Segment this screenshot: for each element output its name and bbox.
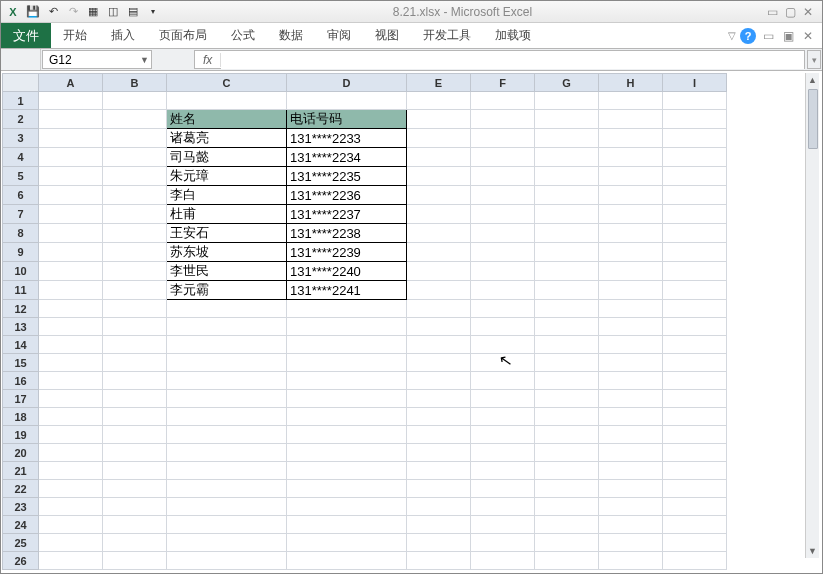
name-box-dropdown-icon[interactable]: ▼ [140, 55, 149, 65]
cell-A23[interactable] [39, 498, 103, 516]
cell-E14[interactable] [407, 336, 471, 354]
cell-B26[interactable] [103, 552, 167, 570]
cell-B13[interactable] [103, 318, 167, 336]
cell-G11[interactable] [535, 281, 599, 300]
cell-C14[interactable] [167, 336, 287, 354]
cell-H22[interactable] [599, 480, 663, 498]
row-header-21[interactable]: 21 [3, 462, 39, 480]
cell-D25[interactable] [287, 534, 407, 552]
cell-E7[interactable] [407, 205, 471, 224]
select-all-corner[interactable] [3, 74, 39, 92]
cell-B6[interactable] [103, 186, 167, 205]
cell-H17[interactable] [599, 390, 663, 408]
cell-F5[interactable] [471, 167, 535, 186]
cell-H5[interactable] [599, 167, 663, 186]
cell-D23[interactable] [287, 498, 407, 516]
cell-E8[interactable] [407, 224, 471, 243]
cell-D1[interactable] [287, 92, 407, 110]
cell-A10[interactable] [39, 262, 103, 281]
cell-H6[interactable] [599, 186, 663, 205]
ribbon-minimize-icon[interactable]: ▽ [728, 30, 736, 41]
cell-G4[interactable] [535, 148, 599, 167]
cell-E25[interactable] [407, 534, 471, 552]
cell-F20[interactable] [471, 444, 535, 462]
cell-F19[interactable] [471, 426, 535, 444]
col-header-B[interactable]: B [103, 74, 167, 92]
cell-E15[interactable] [407, 354, 471, 372]
cell-A8[interactable] [39, 224, 103, 243]
cell-I16[interactable] [663, 372, 727, 390]
cell-F8[interactable] [471, 224, 535, 243]
cell-I14[interactable] [663, 336, 727, 354]
cell-E26[interactable] [407, 552, 471, 570]
cell-A3[interactable] [39, 129, 103, 148]
cell-D11[interactable]: 131****2241 [287, 281, 407, 300]
cell-G2[interactable] [535, 110, 599, 129]
row-header-16[interactable]: 16 [3, 372, 39, 390]
cell-D8[interactable]: 131****2238 [287, 224, 407, 243]
cell-F3[interactable] [471, 129, 535, 148]
cell-C12[interactable] [167, 300, 287, 318]
cell-F1[interactable] [471, 92, 535, 110]
cell-A7[interactable] [39, 205, 103, 224]
cell-I8[interactable] [663, 224, 727, 243]
cell-C4[interactable]: 司马懿 [167, 148, 287, 167]
cell-I20[interactable] [663, 444, 727, 462]
cell-C18[interactable] [167, 408, 287, 426]
cell-I2[interactable] [663, 110, 727, 129]
cell-A9[interactable] [39, 243, 103, 262]
doc-close-icon[interactable]: ✕ [800, 29, 816, 43]
cell-E17[interactable] [407, 390, 471, 408]
cell-I5[interactable] [663, 167, 727, 186]
row-header-20[interactable]: 20 [3, 444, 39, 462]
cell-C20[interactable] [167, 444, 287, 462]
cell-G6[interactable] [535, 186, 599, 205]
row-header-24[interactable]: 24 [3, 516, 39, 534]
row-header-26[interactable]: 26 [3, 552, 39, 570]
row-header-9[interactable]: 9 [3, 243, 39, 262]
cell-E11[interactable] [407, 281, 471, 300]
cell-F2[interactable] [471, 110, 535, 129]
cell-B16[interactable] [103, 372, 167, 390]
cell-H16[interactable] [599, 372, 663, 390]
cell-B8[interactable] [103, 224, 167, 243]
cell-B9[interactable] [103, 243, 167, 262]
cell-A4[interactable] [39, 148, 103, 167]
row-header-25[interactable]: 25 [3, 534, 39, 552]
cell-A1[interactable] [39, 92, 103, 110]
row-header-2[interactable]: 2 [3, 110, 39, 129]
cell-B25[interactable] [103, 534, 167, 552]
row-header-11[interactable]: 11 [3, 281, 39, 300]
cell-G16[interactable] [535, 372, 599, 390]
cell-G26[interactable] [535, 552, 599, 570]
col-header-F[interactable]: F [471, 74, 535, 92]
cell-C2[interactable]: 姓名 [167, 110, 287, 129]
cell-E23[interactable] [407, 498, 471, 516]
cell-E20[interactable] [407, 444, 471, 462]
row-header-12[interactable]: 12 [3, 300, 39, 318]
cell-I15[interactable] [663, 354, 727, 372]
cell-G17[interactable] [535, 390, 599, 408]
cell-B19[interactable] [103, 426, 167, 444]
cell-C19[interactable] [167, 426, 287, 444]
cell-B3[interactable] [103, 129, 167, 148]
cell-E1[interactable] [407, 92, 471, 110]
col-header-I[interactable]: I [663, 74, 727, 92]
cell-G7[interactable] [535, 205, 599, 224]
cell-B15[interactable] [103, 354, 167, 372]
cell-B22[interactable] [103, 480, 167, 498]
cell-B2[interactable] [103, 110, 167, 129]
cell-D24[interactable] [287, 516, 407, 534]
cell-H7[interactable] [599, 205, 663, 224]
cell-D4[interactable]: 131****2234 [287, 148, 407, 167]
help-icon[interactable]: ? [740, 28, 756, 44]
cell-E21[interactable] [407, 462, 471, 480]
row-header-14[interactable]: 14 [3, 336, 39, 354]
cell-B24[interactable] [103, 516, 167, 534]
cell-B7[interactable] [103, 205, 167, 224]
cell-D3[interactable]: 131****2233 [287, 129, 407, 148]
cell-I1[interactable] [663, 92, 727, 110]
cell-A18[interactable] [39, 408, 103, 426]
qat-icon-1[interactable]: ▦ [85, 4, 101, 20]
formula-input[interactable] [221, 51, 804, 69]
